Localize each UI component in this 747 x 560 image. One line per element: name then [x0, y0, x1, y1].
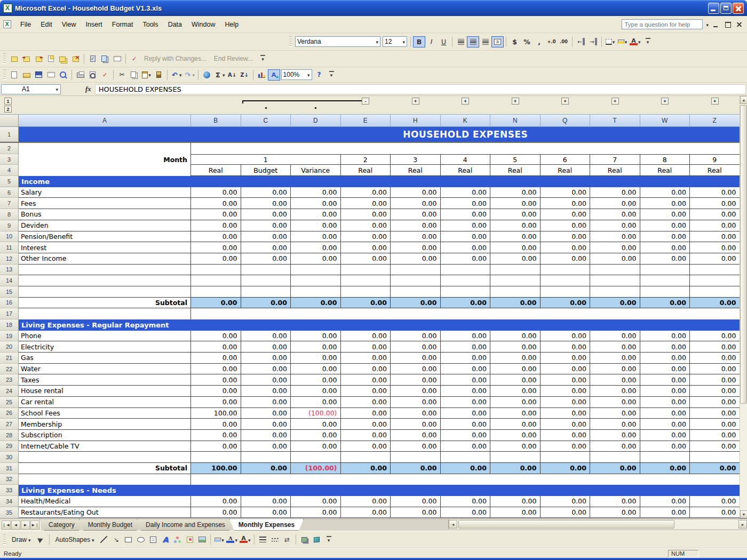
- fill-color-button[interactable]: [616, 36, 629, 47]
- value-cell[interactable]: 0.00: [291, 397, 341, 408]
- value-cell[interactable]: 0.00: [590, 353, 640, 364]
- value-cell[interactable]: 0.00: [291, 441, 341, 452]
- worksheet-title-banner[interactable]: HOUSEHOLD EXPENSES: [191, 127, 740, 142]
- value-cell[interactable]: 0.00: [191, 331, 241, 342]
- value-cell[interactable]: 0.00: [541, 397, 591, 408]
- value-cell[interactable]: 0.00: [590, 253, 640, 265]
- toolbar-grip[interactable]: [3, 53, 6, 64]
- subheader-cell[interactable]: Variance: [291, 165, 341, 176]
- value-cell[interactable]: [341, 275, 391, 286]
- value-cell[interactable]: 0.00: [640, 331, 690, 342]
- show-all-comments-button[interactable]: [57, 53, 69, 65]
- value-cell[interactable]: 0.00: [541, 341, 591, 353]
- value-cell[interactable]: 0.00: [640, 463, 690, 474]
- value-cell[interactable]: 0.00: [191, 386, 241, 397]
- value-cell[interactable]: 0.00: [490, 430, 541, 441]
- value-cell[interactable]: 0.00: [341, 386, 391, 397]
- row-header-1[interactable]: 1: [0, 127, 19, 142]
- row-header-12[interactable]: 12: [0, 253, 19, 265]
- bold-button[interactable]: B: [413, 36, 425, 47]
- value-cell[interactable]: 0.00: [191, 507, 241, 518]
- value-cell[interactable]: 0.00: [241, 397, 291, 408]
- autosum-dropdown-icon[interactable]: [222, 71, 225, 78]
- value-cell[interactable]: 0.00: [341, 507, 391, 518]
- value-cell[interactable]: 0.00: [541, 353, 591, 364]
- value-cell[interactable]: 0.00: [241, 231, 291, 243]
- insert-picture-button[interactable]: [196, 534, 208, 545]
- value-cell[interactable]: 0.00: [441, 242, 491, 253]
- decrease-decimal-button[interactable]: [558, 36, 570, 47]
- value-cell[interactable]: [441, 275, 491, 286]
- cell-A12[interactable]: Other Income: [19, 253, 191, 265]
- column-header-H[interactable]: H: [391, 115, 441, 127]
- column-header-D[interactable]: D: [291, 115, 341, 127]
- line-style-button[interactable]: [257, 534, 269, 545]
- font-name-combo[interactable]: Verdana: [295, 36, 380, 47]
- percent-button[interactable]: %: [521, 36, 533, 47]
- fill-color-dropdown-icon[interactable]: [625, 38, 627, 45]
- value-cell[interactable]: 0.00: [490, 408, 541, 419]
- email-button[interactable]: [45, 69, 57, 81]
- value-cell[interactable]: 0.00: [690, 231, 740, 243]
- cell-A28[interactable]: Subscription: [19, 430, 191, 441]
- value-cell[interactable]: 0.00: [541, 331, 591, 342]
- value-cell[interactable]: 0.00: [590, 463, 640, 474]
- value-cell[interactable]: 0.00: [291, 220, 341, 231]
- value-cell[interactable]: 0.00: [590, 397, 640, 408]
- value-cell[interactable]: 0.00: [291, 331, 341, 342]
- value-cell[interactable]: 0.00: [541, 231, 591, 243]
- value-cell[interactable]: 0.00: [391, 496, 441, 507]
- autoshapes-menu[interactable]: AutoShapes: [52, 535, 98, 545]
- shadow-style-button[interactable]: [298, 534, 311, 545]
- value-cell[interactable]: 0.00: [341, 353, 391, 364]
- font-size-combo[interactable]: 12: [383, 36, 407, 47]
- value-cell[interactable]: 0.00: [690, 187, 740, 198]
- undo-dropdown-icon[interactable]: [179, 71, 182, 78]
- month-5-cell[interactable]: 5: [490, 154, 541, 165]
- value-cell[interactable]: 0.00: [590, 430, 640, 441]
- font-color-blue-dropdown-icon[interactable]: [235, 536, 237, 543]
- value-cell[interactable]: 0.00: [191, 220, 241, 231]
- value-cell[interactable]: 0.00: [441, 397, 491, 408]
- row-header-7[interactable]: 7: [0, 198, 19, 209]
- italic-button[interactable]: I: [425, 36, 438, 47]
- cell-A27[interactable]: Membership: [19, 419, 191, 430]
- value-cell[interactable]: 0.00: [590, 408, 640, 419]
- value-cell[interactable]: 0.00: [640, 187, 690, 198]
- borders-button[interactable]: [604, 36, 616, 47]
- value-cell[interactable]: 0.00: [690, 298, 740, 309]
- value-cell[interactable]: 0.00: [690, 331, 740, 342]
- month-6-cell[interactable]: 6: [541, 154, 591, 165]
- value-cell[interactable]: 0.00: [341, 242, 391, 253]
- value-cell[interactable]: 0.00: [341, 298, 391, 309]
- value-cell[interactable]: 0.00: [490, 353, 541, 364]
- value-cell[interactable]: 0.00: [590, 231, 640, 243]
- value-cell[interactable]: 0.00: [690, 441, 740, 452]
- value-cell[interactable]: 0.00: [690, 386, 740, 397]
- cell-A29[interactable]: Internet/Cable TV: [19, 441, 191, 452]
- formula-text[interactable]: HOUSEHOLD EXPENSES: [95, 84, 746, 94]
- autosum-button[interactable]: [213, 69, 226, 81]
- value-cell[interactable]: 0.00: [541, 496, 591, 507]
- value-cell[interactable]: 0.00: [441, 220, 491, 231]
- value-cell[interactable]: 0.00: [441, 198, 491, 209]
- chart-wizard-button[interactable]: [256, 69, 268, 81]
- next-comment-button[interactable]: [33, 53, 45, 65]
- value-cell[interactable]: 0.00: [490, 441, 541, 452]
- column-header-E[interactable]: E: [341, 115, 391, 127]
- toolbar-grip[interactable]: [3, 534, 6, 545]
- value-cell[interactable]: 0.00: [490, 209, 541, 220]
- value-cell[interactable]: 0.00: [690, 430, 740, 441]
- value-cell[interactable]: 0.00: [241, 507, 291, 518]
- value-cell[interactable]: 0.00: [640, 386, 690, 397]
- value-cell[interactable]: 0.00: [241, 298, 291, 309]
- expand-group-button-H[interactable]: +: [412, 98, 419, 105]
- zoom-control-dropdown-icon[interactable]: [307, 71, 310, 78]
- month-8-cell[interactable]: 8: [640, 154, 690, 165]
- value-cell[interactable]: 0.00: [590, 507, 640, 518]
- fill-color-blue-dropdown-icon[interactable]: [221, 536, 224, 543]
- column-header-B[interactable]: B: [191, 115, 241, 127]
- value-cell[interactable]: 0.00: [341, 441, 391, 452]
- draw-menu[interactable]: Draw: [8, 535, 35, 545]
- value-cell[interactable]: [590, 452, 640, 463]
